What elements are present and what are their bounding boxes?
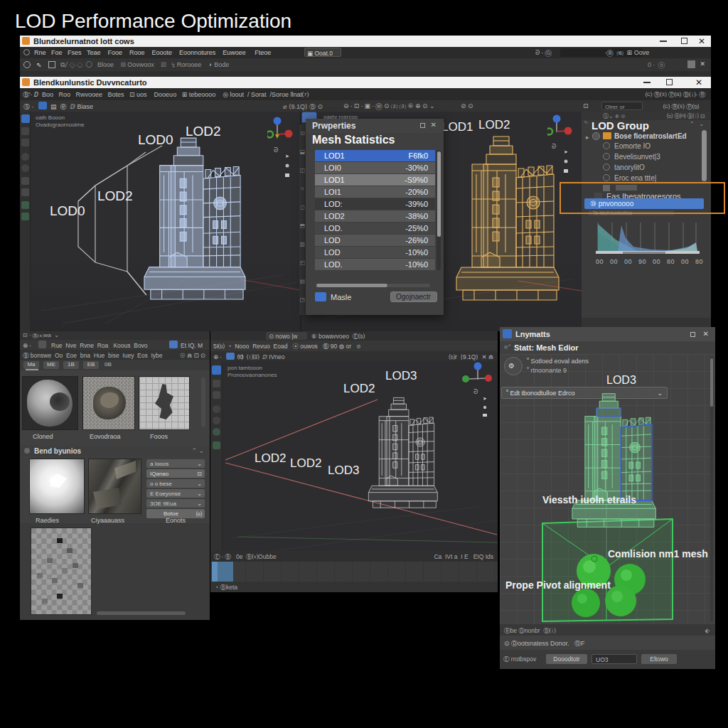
svg-text:➤: ➤ bbox=[564, 149, 568, 154]
svg-text:➤: ➤ bbox=[285, 154, 289, 159]
svg-text:ᘒ: ᘒ bbox=[274, 146, 278, 154]
svg-text:➤: ➤ bbox=[483, 396, 487, 401]
svg-text:ᘒ: ᘒ bbox=[552, 143, 556, 150]
svg-text:ᘒ: ᘒ bbox=[473, 388, 478, 395]
